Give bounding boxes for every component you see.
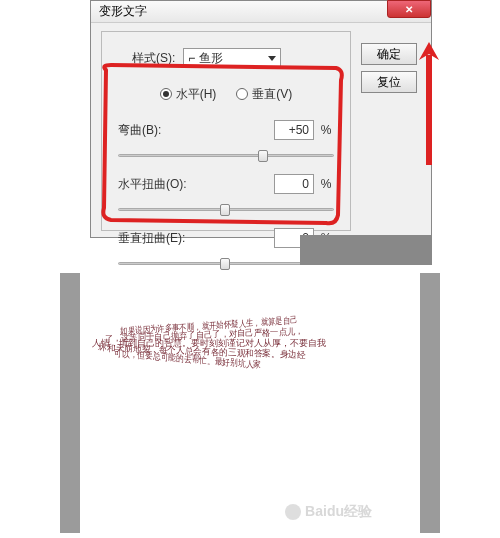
canvas-edge-left xyxy=(60,273,80,533)
dialog-titlebar: 变形文字 ✕ xyxy=(91,1,431,23)
radio-horizontal[interactable]: 水平(H) xyxy=(160,86,217,103)
bend-input[interactable]: +50 xyxy=(274,120,314,140)
slider-track xyxy=(118,154,334,157)
hdist-label: 水平扭曲(O): xyxy=(118,176,274,193)
bend-slider[interactable] xyxy=(118,148,334,162)
vdist-label: 垂直扭曲(E): xyxy=(118,230,274,247)
reset-button[interactable]: 复位 xyxy=(361,71,417,93)
slider-thumb[interactable] xyxy=(258,150,268,162)
warp-text-dialog: 变形文字 ✕ 样式(S): ⌐ 鱼形 水平(H) 垂直(V) xyxy=(90,0,432,238)
pct-label: % xyxy=(318,123,334,137)
ok-label: 确定 xyxy=(377,46,401,63)
radio-h-label: 水平(H) xyxy=(176,86,217,103)
hdist-input[interactable]: 0 xyxy=(274,174,314,194)
hdist-slider[interactable] xyxy=(118,202,334,216)
watermark: Baidu经验 xyxy=(285,503,372,521)
dialog-content: 样式(S): ⌐ 鱼形 水平(H) 垂直(V) 弯曲(B): +50 xyxy=(101,31,351,231)
watermark-icon xyxy=(285,504,301,520)
reset-label: 复位 xyxy=(377,74,401,91)
radio-v-label: 垂直(V) xyxy=(252,86,292,103)
taskbar-fragment xyxy=(300,235,432,265)
ok-button[interactable]: 确定 xyxy=(361,43,417,65)
radio-icon xyxy=(236,88,248,100)
result-panel: 如果说因为许多事不顺，就开始怀疑人生，就算是自己 了，这等同于自己抛弃了自己了，… xyxy=(0,273,500,533)
radio-vertical[interactable]: 垂直(V) xyxy=(236,86,292,103)
dialog-title: 变形文字 xyxy=(99,3,147,20)
bend-label: 弯曲(B): xyxy=(118,122,274,139)
slider-thumb[interactable] xyxy=(220,204,230,216)
radio-icon xyxy=(160,88,172,100)
warped-text: 如果说因为许多事不顺，就开始怀疑人生，就算是自己 了，这等同于自己抛弃了自己了，… xyxy=(92,313,408,493)
result-canvas: 如果说因为许多事不顺，就开始怀疑人生，就算是自己 了，这等同于自己抛弃了自己了，… xyxy=(80,273,420,533)
watermark-text: Baidu经验 xyxy=(305,503,372,521)
canvas-edge-right xyxy=(420,273,440,533)
style-dropdown[interactable]: ⌐ 鱼形 xyxy=(183,48,281,68)
style-value: ⌐ 鱼形 xyxy=(188,50,222,67)
pct-label: % xyxy=(318,177,334,191)
style-label: 样式(S): xyxy=(132,50,175,67)
slider-thumb[interactable] xyxy=(220,258,230,270)
close-button[interactable]: ✕ xyxy=(387,0,431,18)
close-icon: ✕ xyxy=(405,4,413,15)
